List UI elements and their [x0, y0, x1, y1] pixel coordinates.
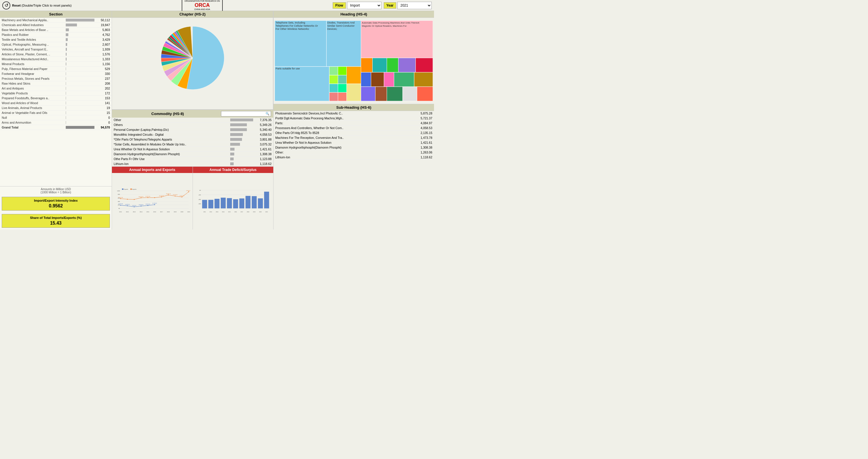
section-bar-container	[66, 33, 94, 36]
commodity-row[interactable]: Others 5,349.26	[112, 123, 273, 127]
section-row[interactable]: Optical, Photographic, Measuring .. 2,60…	[0, 42, 112, 47]
sub-heading-row[interactable]: Lithium-Ion 1,118.62	[274, 155, 434, 160]
section-bar	[66, 28, 69, 31]
section-table[interactable]: Machinery and Mechanical Applia.. 50,112…	[0, 18, 112, 186]
commodity-row[interactable]: Urea Whether Or Not In Aqueous Solution …	[112, 147, 273, 152]
section-bar-container	[66, 97, 94, 100]
section-row[interactable]: Chemicals and Allied Industries 19,847	[0, 23, 112, 28]
svg-rect-56	[130, 189, 132, 190]
commodity-row[interactable]: Othe Parts Fr Othr Use 1,123.88	[112, 157, 273, 162]
svg-rect-80	[245, 196, 250, 208]
section-row[interactable]: Vegetable Products 172	[0, 91, 112, 96]
section-row-value: 330	[96, 72, 110, 75]
section-bar	[66, 72, 66, 75]
sub-heading-row[interactable]: Othe Parts Of Hdg 8525 To 8528 2,135.15	[274, 131, 434, 135]
sub-heading-row[interactable]: Parts: 4,084.97	[274, 121, 434, 126]
section-row[interactable]: Prepared Foodstuffs, Beverages a.. 153	[0, 96, 112, 101]
section-row[interactable]: Art and Antiques 202	[0, 86, 112, 91]
chapter-panel: Chapter (HS-2)	[112, 11, 273, 109]
svg-text:16,611.81: 16,611.81	[146, 204, 150, 205]
svg-point-31	[154, 197, 155, 198]
section-row[interactable]: Animal or Vegetable Fats and Oils 15	[0, 110, 112, 115]
section-row[interactable]: Base Metals and Articles of Base .. 5,80…	[0, 28, 112, 32]
trade-deficit-title: Annual Trade Deficit/Surplus	[193, 167, 274, 173]
sub-heading-row[interactable]: Processors And Controllers, Whether Or N…	[274, 126, 434, 131]
commodity-search-input[interactable]	[222, 112, 266, 116]
commodity-row[interactable]: Personal Computer (Laptop,Palmtop,Etc) 5…	[112, 127, 273, 132]
section-row[interactable]: Vehicles, Aircraft and Transport E.. 1,9…	[0, 47, 112, 52]
section-row-name: Null	[2, 116, 65, 119]
section-row-name: Machinery and Mechanical Applia..	[2, 19, 65, 22]
reset-button[interactable]: ↺ Reset (Double/Triple Click to reset pa…	[2, 1, 71, 9]
section-row-name: Textile and Textile Articles	[2, 38, 65, 41]
sub-heading-row[interactable]: Other: 1,263.06	[274, 150, 434, 155]
sub-row-value: 1,473.78	[412, 136, 432, 139]
section-row[interactable]: Missalaneous Manufactured Articl.. 1,333	[0, 57, 112, 62]
commodity-row[interactable]: Diamonm Hydrgnorthphospht(Diamonm Phosph…	[112, 152, 273, 157]
svg-point-23	[120, 198, 121, 199]
section-bar	[66, 87, 66, 90]
logo-sub2: CHINA AND ASIA	[194, 8, 210, 11]
section-bar	[66, 106, 66, 109]
commodity-table[interactable]: Other 7,376.35 Others 5,349.26 Personal …	[112, 118, 273, 166]
commodity-row[interactable]: Other 7,376.35	[112, 118, 273, 123]
section-row[interactable]: Textile and Textile Articles 3,429	[0, 37, 112, 42]
sub-heading-row[interactable]: Urea Whether Or Not In Aqueous Solution …	[274, 140, 434, 145]
svg-rect-111	[371, 72, 384, 87]
section-row[interactable]: Live Animals, Animal Products 19	[0, 105, 112, 110]
section-row[interactable]: Arms and Ammunition 0	[0, 120, 112, 125]
controls: Flow Import Export Year 2011201220132014…	[333, 2, 432, 9]
section-row-name: Live Animals, Animal Products	[2, 106, 65, 109]
svg-text:2017: 2017	[241, 211, 243, 212]
section-row[interactable]: Plastics and Rubber 4,762	[0, 32, 112, 37]
section-row[interactable]: Raw Hides and Skins 208	[0, 81, 112, 86]
commodity-row[interactable]: *Solar Cells, Assembled In Modules Or Ma…	[112, 142, 273, 147]
search-box[interactable]: 🔍	[221, 111, 271, 117]
svg-rect-122	[329, 75, 338, 84]
section-row[interactable]: Precious Metals, Stones and Pearls 237	[0, 76, 112, 81]
sub-row-value: 1,118.62	[412, 156, 432, 159]
flow-select[interactable]: Import Export	[347, 2, 381, 9]
svg-point-40	[188, 191, 189, 192]
commodity-row-value: 7,376.35	[254, 118, 272, 122]
svg-text:65,259.85: 65,259.85	[159, 195, 164, 197]
section-row[interactable]: Grand Total 94,570	[0, 125, 112, 130]
svg-text:21,258.87: 21,258.87	[152, 203, 157, 204]
svg-text:60,412.63: 60,412.63	[138, 196, 143, 197]
svg-point-27	[141, 197, 142, 198]
commodity-row[interactable]: *Othr Parts Of Telephonc/Telegrphc Appar…	[112, 137, 273, 142]
svg-rect-118	[403, 87, 417, 101]
search-icon: 🔍	[266, 112, 270, 116]
section-row[interactable]: Machinery and Mechanical Applia.. 50,112	[0, 18, 112, 23]
sub-heading-row[interactable]: Photosenstv Semicndctr Devices,Incl Phot…	[274, 111, 434, 116]
sub-heading-table[interactable]: Photosenstv Semicndctr Devices,Incl Phot…	[274, 111, 434, 160]
section-row[interactable]: Pulp, Fiberous Material and Paper 529	[0, 67, 112, 71]
svg-rect-76	[233, 199, 238, 208]
svg-rect-120	[329, 67, 338, 75]
sub-row-value: 4,084.97	[412, 121, 432, 125]
section-row[interactable]: Wood and Articles of Wood 141	[0, 101, 112, 105]
commodity-row-value: 3,075.32	[254, 142, 272, 146]
svg-text:100K: 100K	[117, 190, 120, 192]
commodity-row[interactable]: Lithium-Ion 1,118.62	[112, 162, 273, 166]
svg-rect-114	[414, 72, 433, 87]
sub-heading-row[interactable]: Portbl Dgtl Automatc Data Procesng Machn…	[274, 116, 434, 121]
sub-heading-row[interactable]: Machines For The Reception, Conversion A…	[274, 135, 434, 140]
section-row[interactable]: Articles of Stone, Plaster, Cement, .. 1…	[0, 52, 112, 57]
section-bar-container	[66, 53, 94, 56]
svg-text:2018: 2018	[247, 211, 249, 212]
section-row[interactable]: Null 0	[0, 115, 112, 120]
commodity-row[interactable]: Monolithic Integrated Circuits - Digital…	[112, 132, 273, 137]
pie-chart	[152, 21, 233, 95]
svg-text:2016: 2016	[153, 211, 156, 212]
section-row-name: Plastics and Rubber	[2, 33, 65, 36]
svg-rect-126	[329, 92, 338, 101]
svg-text:2021: 2021	[265, 211, 268, 212]
chapter-title: Chapter (HS-2)	[112, 11, 273, 18]
section-bar	[66, 33, 68, 36]
section-row[interactable]: Footwear and Headgear 330	[0, 71, 112, 76]
section-row[interactable]: Mineral Products 1,156	[0, 62, 112, 67]
year-select[interactable]: 2011201220132014 2015201620172018 201920…	[397, 2, 432, 9]
section-bar-container	[66, 82, 94, 85]
sub-heading-row[interactable]: Diamonm Hydrgnorthphospht(Diamonm Phosph…	[274, 145, 434, 150]
